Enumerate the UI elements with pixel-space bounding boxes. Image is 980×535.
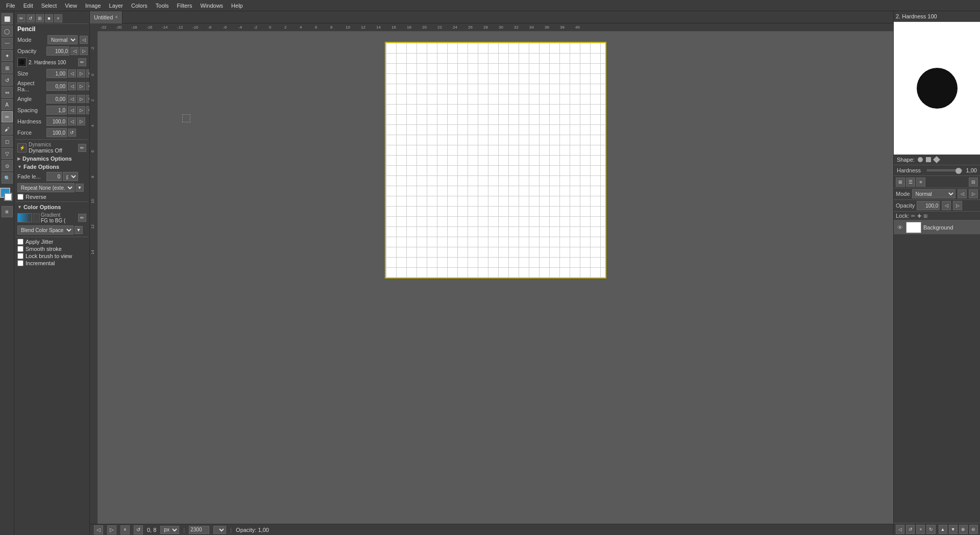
menu-view[interactable]: View [61,2,81,10]
tool-transform[interactable]: ↺ [2,74,13,86]
shape-square[interactable] [926,157,931,162]
layers-mode-btn-2[interactable]: ▷ [969,189,978,198]
bottom-btn-2[interactable]: ↺ [906,525,915,534]
mode-btn-1[interactable]: ◁ [80,36,88,44]
blend-space-select[interactable]: Blend Color Space ... [17,225,74,235]
tool-fuzzy-select[interactable]: ✦ [2,50,13,61]
layers-mode-btn-1[interactable]: ◁ [958,189,967,198]
spacing-reset[interactable]: ↺ [86,106,90,114]
panel-icon-3[interactable]: ⊞ [36,14,44,22]
background-color[interactable] [4,193,12,201]
opacity-btn-1[interactable]: ◁ [70,47,79,55]
bottom-btn-5[interactable]: ▲ [939,525,947,534]
nav-refresh-btn[interactable]: ↺ [134,525,143,534]
tool-bucket[interactable]: ▽ [2,148,13,159]
size-input[interactable] [46,69,67,78]
tool-paintbrush[interactable]: 🖌 [2,123,13,135]
smooth-stroke-checkbox[interactable] [17,246,23,252]
angle-input[interactable] [46,94,67,104]
aspect-btn-2[interactable]: ▷ [77,82,85,90]
layers-opacity-btn-2[interactable]: ▷ [953,201,962,210]
gradient-preview[interactable] [17,213,32,222]
bottom-btn-8[interactable]: ⊖ [969,525,978,534]
lock-brush-checkbox[interactable] [17,253,23,259]
repeat-select[interactable]: Repeat None (exte... [17,183,75,192]
canvas-tab-untitled[interactable]: Untitled × [90,11,122,23]
aspect-reset[interactable]: ↺ [86,82,90,90]
opacity-input[interactable] [46,46,69,56]
tool-flip[interactable]: ⇔ [2,87,13,98]
layer-eye-icon[interactable]: 👁 [896,223,904,232]
shape-dot[interactable] [918,157,923,162]
lock-move-icon[interactable]: ✚ [917,213,921,219]
hardness-btn-2[interactable]: ▷ [77,117,85,125]
tool-crop[interactable]: ⊞ [2,62,13,73]
layers-grid-btn[interactable]: ⊞ [896,177,905,187]
gradient-edit-btn[interactable]: ✏ [78,214,86,222]
small-icons-toggle[interactable]: ⊞ [2,206,13,217]
lock-alpha-icon[interactable]: ⊞ [923,213,927,219]
menu-edit[interactable]: Edit [19,2,37,10]
incremental-checkbox[interactable] [17,260,23,266]
dynamics-options-toggle[interactable]: ▶ Dynamics Options [15,155,88,163]
nav-forward-btn[interactable]: ▷ [107,525,116,534]
panel-collapse[interactable]: × [54,14,62,22]
size-btn-1[interactable]: ◁ [68,69,76,78]
menu-layer[interactable]: Layer [105,2,128,10]
menu-image[interactable]: Image [81,2,105,10]
tool-text[interactable]: A [2,99,13,110]
mode-select[interactable]: Normal [47,35,78,44]
panel-icon-2[interactable]: ↺ [27,14,35,22]
menu-select[interactable]: Select [37,2,61,10]
force-input[interactable] [46,128,67,137]
hardness-thumb[interactable] [955,168,962,174]
bottom-btn-4[interactable]: ↻ [926,525,935,534]
layers-opacity-btn-1[interactable]: ◁ [942,201,951,210]
bottom-btn-7[interactable]: ⊕ [959,525,968,534]
zoom-input[interactable] [189,526,209,534]
fade-unit-select[interactable]: px [63,172,78,181]
menu-colors[interactable]: Colors [127,2,152,10]
hardness-input[interactable] [46,117,67,126]
drawing-canvas[interactable] [385,42,606,278]
blend-arrow[interactable]: ▼ [75,226,83,234]
tool-rect-select[interactable]: ⬜ [2,13,13,24]
nav-back-btn[interactable]: ◁ [94,525,103,534]
aspect-ratio-input[interactable] [46,82,67,91]
tool-ellipse-select[interactable]: ◯ [2,26,13,37]
menu-windows[interactable]: Windows [196,2,227,10]
layers-opacity-input[interactable] [917,201,940,210]
repeat-arrow[interactable]: ▼ [76,184,84,192]
apply-jitter-checkbox[interactable] [17,239,23,245]
color-options-toggle[interactable]: ▼ Color Options [15,203,88,211]
fade-options-toggle[interactable]: ▼ Fade Options [15,163,88,171]
bottom-btn-1[interactable]: ◁ [896,525,904,534]
lock-paint-icon[interactable]: ✏ [911,213,915,219]
layers-list-btn[interactable]: ☰ [906,177,915,187]
unit-select[interactable]: px [160,526,179,534]
force-reset[interactable]: ↺ [68,129,76,137]
tool-pencil[interactable]: ✏ [2,111,13,122]
reverse-checkbox[interactable] [17,194,23,200]
layer-item-background[interactable]: 👁 Background [894,220,980,235]
panel-icon-1[interactable]: ✏ [17,14,26,22]
tool-eyedropper[interactable]: ⊙ [2,160,13,171]
spacing-btn-1[interactable]: ◁ [68,106,76,114]
opacity-btn-2[interactable]: ▷ [80,47,88,55]
shape-diamond[interactable] [933,156,940,163]
panel-icon-4[interactable]: ■ [45,14,53,22]
menu-help[interactable]: Help [227,2,247,10]
menu-tools[interactable]: Tools [152,2,173,10]
angle-btn-2[interactable]: ▷ [77,95,85,103]
size-btn-2[interactable]: ▷ [77,69,85,78]
canvas-viewport[interactable] [98,32,893,524]
layers-options-btn[interactable]: ≡ [916,177,925,187]
layers-collapse-btn[interactable]: ⊟ [969,177,978,187]
fade-input[interactable] [46,172,62,181]
angle-reset[interactable]: ↺ [86,95,90,103]
dynamics-edit-btn[interactable]: ✏ [78,144,86,152]
tool-zoom[interactable]: 🔍 [2,172,13,184]
spacing-input[interactable] [46,106,67,115]
tab-close-btn[interactable]: × [115,14,118,20]
layers-mode-select[interactable]: Normal [912,189,955,198]
